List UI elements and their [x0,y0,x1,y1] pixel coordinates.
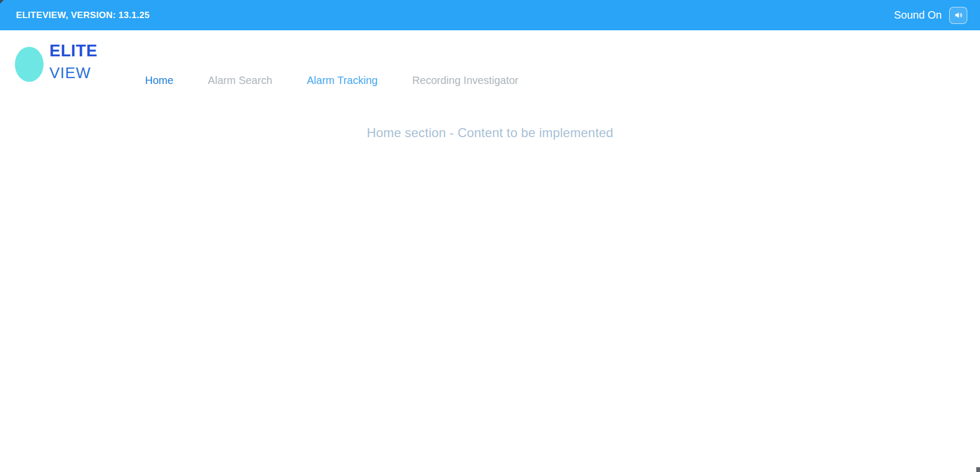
brand-name-view: VIEW [49,65,97,82]
main-navigation: Home Alarm Search Alarm Tracking Recordi… [145,74,518,87]
page-header: ELITE VIEW Home Alarm Search Alarm Track… [0,30,980,94]
nav-item-recording-investigator[interactable]: Recording Investigator [412,74,518,87]
window-corner-artifact-bottom-right [976,467,980,472]
sound-toggle-button[interactable] [949,7,967,24]
sound-status-label: Sound On [894,9,942,21]
brand-name-elite: ELITE [49,42,97,60]
speaker-volume-icon [953,10,964,20]
brand-logo-circle [15,47,44,82]
home-section-placeholder-text: Home section - Content to be implemented [367,125,613,140]
main-content-area: Home section - Content to be implemented [0,125,980,140]
app-window: ELITEVIEW, VERSION: 13.1.25 Sound On ELI… [0,0,980,472]
nav-item-alarm-tracking[interactable]: Alarm Tracking [307,74,378,87]
top-status-bar: ELITEVIEW, VERSION: 13.1.25 Sound On [0,0,980,30]
app-version-title: ELITEVIEW, VERSION: 13.1.25 [16,10,150,21]
brand-wordmark: ELITE VIEW [49,42,97,82]
nav-item-alarm-search[interactable]: Alarm Search [208,74,272,87]
nav-item-home[interactable]: Home [145,74,173,87]
sound-control-group: Sound On [894,7,967,24]
window-corner-artifact-top-left [0,0,4,4]
